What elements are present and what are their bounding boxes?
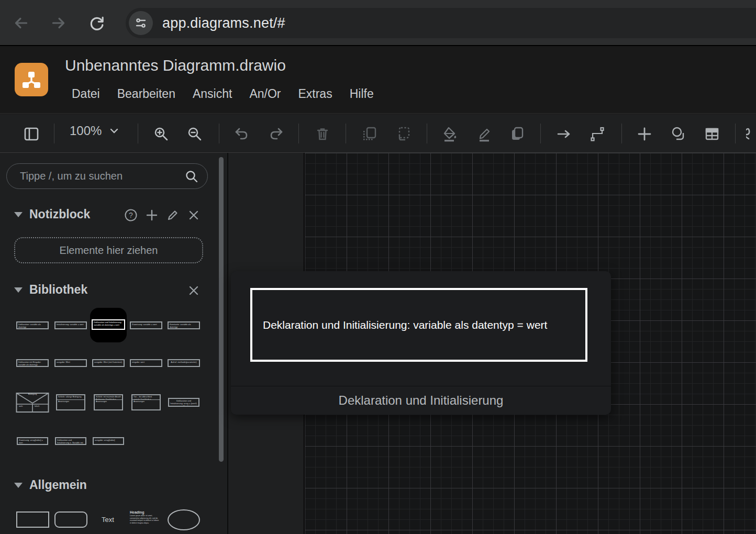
insert-table-button[interactable]: [704, 126, 720, 142]
menu-ansicht[interactable]: Ansicht: [193, 87, 232, 101]
shapes-sidebar: Notizblock ? Elemente hier ziehen: [0, 153, 227, 534]
shape-search-input[interactable]: [6, 163, 208, 189]
menu-bar: Datei Bearbeiten Ansicht An/Or Extras Hi…: [72, 87, 374, 101]
to-front-button[interactable]: [361, 126, 378, 142]
shape-thumbnail[interactable]: Deklaration mit Eingabe: variable als da…: [16, 359, 49, 367]
to-front-icon: [361, 126, 378, 142]
insert-shape-button[interactable]: [670, 126, 687, 142]
shape-thumbnail[interactable]: Zuweisung: variable = wert: [130, 321, 162, 329]
shape-thumbnail[interactable]: ausgabe: Wert: [54, 359, 87, 367]
zoom-level-select[interactable]: 100%: [70, 124, 119, 138]
chevron-down-icon: [109, 126, 119, 136]
shape-thumbnail[interactable]: Deklaration und Initialisierung e. Varia…: [55, 437, 86, 445]
scratchpad-drop-area[interactable]: Elemente hier ziehen: [14, 237, 203, 263]
shape-rectangle[interactable]: [16, 511, 49, 528]
zoom-in-button[interactable]: [153, 126, 170, 142]
shape-thumbnail[interactable]: Schleife: solange Bedingung Anweisungen: [56, 394, 85, 410]
library-close-button[interactable]: [186, 283, 202, 298]
shape-thumbnail[interactable]: Deklaration und Initialisierung: array =…: [168, 398, 199, 407]
help-icon: ?: [124, 208, 138, 222]
toolbar-separator: [540, 124, 541, 143]
toolbar-separator: [427, 124, 427, 143]
scratchpad-edit-button[interactable]: [165, 207, 181, 223]
delete-button[interactable]: [314, 126, 331, 142]
url-bar[interactable]: app.diagrams.net/#: [126, 8, 756, 38]
toolbar-separator: [621, 124, 622, 143]
shape-textbox[interactable]: Heading Lorem ipsum dolor sit amet, cons…: [130, 510, 160, 524]
shape-thumbnail-condition[interactable]: Bedingung wahr falsch: [16, 392, 49, 414]
elbow-connector-icon: [589, 126, 606, 142]
shape-thumbnail[interactable]: ausgabe: array[index]: [93, 437, 124, 445]
url-text: app.diagrams.net/#: [162, 15, 285, 31]
toolbar-separator: [138, 124, 138, 143]
to-back-button[interactable]: [395, 126, 412, 142]
shape-text[interactable]: Text: [94, 516, 121, 524]
scratchpad-close-button[interactable]: [186, 207, 202, 223]
toolbar: 100%: [0, 114, 756, 153]
shape-thumbnail[interactable]: eingabe: wert: [130, 359, 162, 367]
drawio-logo: [15, 63, 48, 96]
browser-back-button[interactable]: [10, 13, 31, 34]
insert-ellipse-icon: [670, 126, 687, 142]
shape-thumbnail[interactable]: Tue ... bis abbruchbed. erreicht, Durchl…: [131, 394, 161, 410]
menu-datei[interactable]: Datei: [72, 87, 100, 101]
tune-icon: [134, 16, 148, 30]
shape-thumbnail[interactable]: ausgabe: Wert (mit Datentext): [92, 359, 125, 367]
shape-thumbnail[interactable]: Schleife: mit maximaler Anzahl Bedingung…: [94, 394, 123, 410]
tooltip-caption-text: Deklaration und Initialisierung: [339, 393, 504, 408]
trash-icon: [314, 126, 331, 142]
waypoint-style-button[interactable]: [589, 126, 606, 142]
menu-an-or[interactable]: An/Or: [249, 87, 281, 101]
connection-arrow-button[interactable]: [555, 126, 572, 142]
undo-button[interactable]: [234, 126, 250, 142]
fill-color-icon: [442, 126, 459, 142]
shape-tooltip-popup: Deklaration und Initialisierung: variabl…: [231, 271, 611, 415]
site-info-button[interactable]: [129, 11, 153, 35]
toggle-panel-button[interactable]: [23, 126, 40, 142]
scratchpad-help-button[interactable]: ?: [123, 207, 139, 223]
shape-rounded-rectangle[interactable]: [54, 511, 87, 528]
line-color-button[interactable]: [475, 126, 492, 142]
zoom-level-value: 100%: [70, 124, 102, 138]
zoom-out-button[interactable]: [186, 126, 203, 142]
shape-thumbnail[interactable]: Initialisierung: variable = wert: [54, 321, 87, 329]
menu-bearbeiten[interactable]: Bearbeiten: [117, 87, 175, 101]
shadow-button[interactable]: [509, 126, 526, 142]
drop-hint-text: Elemente hier ziehen: [60, 244, 158, 257]
browser-forward-button[interactable]: [48, 13, 69, 34]
plus-icon: [146, 209, 158, 221]
browser-chrome: app.diagrams.net/#: [0, 0, 756, 46]
browser-reload-button[interactable]: [86, 13, 107, 34]
section-allgemein[interactable]: Allgemein: [14, 478, 87, 492]
toolbar-separator: [219, 124, 219, 143]
menu-hilfe[interactable]: Hilfe: [350, 87, 374, 101]
shape-ellipse[interactable]: [168, 509, 200, 530]
zoom-out-icon: [186, 126, 203, 142]
menu-extras[interactable]: Extras: [298, 87, 332, 101]
app-header: Unbenanntes Diagramm.drawio Datei Bearbe…: [0, 47, 756, 114]
reload-icon: [88, 14, 106, 32]
shape-thumbnail[interactable]: Deklaration: variable als datentyp: [16, 321, 49, 329]
table-icon: [704, 126, 720, 142]
panel-toggle-icon: [23, 126, 40, 142]
close-icon: [187, 284, 200, 297]
shape-preview-text: Deklaration und Initialisierung: variabl…: [252, 317, 560, 333]
section-notizblock[interactable]: Notizblock: [14, 207, 90, 221]
undo-icon: [234, 126, 250, 142]
shadow-icon: [509, 126, 526, 142]
sidebar-scrollbar[interactable]: [219, 157, 224, 462]
section-bibliothek-title: Bibliothek: [29, 283, 87, 297]
freehand-scribble-icon: [746, 126, 756, 142]
shape-thumbnail[interactable]: Aufruf: methode(parameter): [168, 359, 200, 367]
search-icon: [184, 169, 199, 184]
shape-thumbnail[interactable]: Konstante: variable als datentyp: [168, 321, 200, 329]
freehand-button[interactable]: [746, 126, 756, 142]
section-bibliothek[interactable]: Bibliothek: [14, 283, 87, 297]
insert-button[interactable]: [636, 126, 653, 142]
shape-thumbnail[interactable]: Zuweisung: array[index] = wert: [17, 437, 48, 445]
shape-preview-box: Deklaration und Initialisierung: variabl…: [250, 288, 587, 362]
shape-thumbnail-hovered[interactable]: Deklaration und Initialisierung: variabl…: [90, 308, 127, 342]
scratchpad-add-button[interactable]: [144, 207, 160, 223]
fill-color-button[interactable]: [442, 126, 459, 142]
redo-button[interactable]: [268, 126, 284, 142]
